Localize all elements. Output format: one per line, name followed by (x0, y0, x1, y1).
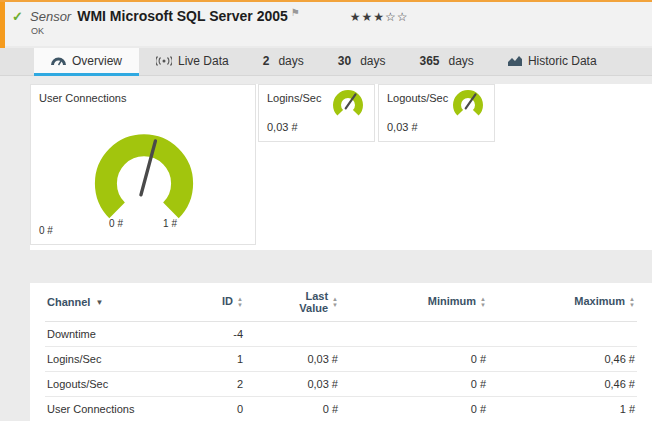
table-header-row: Channel▼ ID▲▼ Last Value▲▼ Minimum▲▼ Max… (45, 283, 637, 321)
channel-maximum: 0,46 # (488, 346, 637, 371)
logins-gauge (328, 88, 368, 124)
channel-last-value: 0,03 # (245, 346, 340, 371)
channel-name: Logins/Sec (45, 346, 187, 371)
channel-minimum: 0 # (340, 371, 488, 396)
ok-check-icon: ✓ (12, 9, 23, 24)
status-stripe (0, 2, 5, 48)
sort-arrows-icon: ▲▼ (332, 296, 338, 308)
priority-stars[interactable]: ★★★☆☆ (350, 10, 409, 24)
channel-id: -4 (187, 321, 245, 346)
column-label: Maximum (574, 295, 625, 307)
channel-minimum: 0 # (340, 396, 488, 421)
channel-id: 2 (187, 371, 245, 396)
sensor-kind-label: Sensor (30, 9, 71, 24)
channels-table-panel: Channel▼ ID▲▼ Last Value▲▼ Minimum▲▼ Max… (30, 283, 652, 421)
gauge-title: Logins/Sec (267, 92, 321, 104)
channel-last-value (245, 321, 340, 346)
tab-live-data[interactable]: Live Data (139, 48, 246, 76)
tab-label: days (278, 54, 303, 68)
sensor-header: ✓ SensorWMI Microsoft SQL Server 2005⚑★★… (0, 0, 652, 46)
historic-chart-icon (508, 56, 522, 66)
tab-label: Historic Data (528, 54, 597, 68)
sort-arrows-icon: ▲▼ (629, 296, 635, 308)
tab-overview[interactable]: Overview (34, 48, 139, 76)
channel-maximum (488, 321, 637, 346)
gauge-min-label: 0 # (101, 218, 131, 229)
tab-30-days[interactable]: 30 days (321, 48, 403, 76)
gauge-max-label: 1 # (155, 218, 185, 229)
gauge-current-value: 0,03 # (387, 121, 418, 133)
column-header-last-value[interactable]: Last Value▲▼ (245, 283, 340, 321)
tab-bar: Overview Live Data 2 days 30 days 365 da… (0, 48, 652, 76)
tab-2-days[interactable]: 2 days (246, 48, 321, 76)
sort-arrows-icon: ▲▼ (237, 296, 243, 308)
sensor-status-text: OK (31, 26, 44, 36)
column-header-maximum[interactable]: Maximum▲▼ (488, 283, 637, 321)
channel-maximum: 0,46 # (488, 371, 637, 396)
logins-gauge-panel: Logins/Sec 0,03 # (258, 84, 375, 142)
tab-label: Live Data (178, 54, 229, 68)
tab-label: days (360, 54, 385, 68)
table-row[interactable]: Logins/Sec 1 0,03 # 0 # 0,46 # (45, 346, 637, 371)
channel-name: Downtime (45, 321, 187, 346)
gauge-current-value: 0 # (39, 225, 53, 236)
table-row[interactable]: User Connections 0 0 # 0 # 1 # (45, 396, 637, 421)
table-row[interactable]: Logouts/Sec 2 0,03 # 0 # 0,46 # (45, 371, 637, 396)
channel-maximum: 1 # (488, 396, 637, 421)
sensor-title-line: SensorWMI Microsoft SQL Server 2005⚑★★★☆… (30, 7, 409, 25)
user-connections-gauge-panel: User Connections 0 # 1 # 0 # (30, 84, 256, 245)
sensor-title: WMI Microsoft SQL Server 2005 (77, 8, 288, 24)
live-data-icon (156, 56, 172, 66)
sort-caret-icon: ▼ (95, 298, 103, 307)
tab-number: 30 (338, 54, 351, 68)
gauge-icon (51, 56, 66, 66)
tab-label: Overview (72, 54, 122, 68)
user-connections-gauge (59, 103, 229, 230)
sort-arrows-icon: ▲▼ (480, 296, 486, 308)
column-label: Channel (47, 296, 90, 308)
channel-id: 0 (187, 396, 245, 421)
tab-label: days (449, 54, 474, 68)
column-header-channel[interactable]: Channel▼ (45, 283, 187, 321)
logouts-gauge (448, 88, 488, 124)
tab-number: 365 (419, 54, 439, 68)
table-row[interactable]: Downtime -4 (45, 321, 637, 346)
gauge-title: Logouts/Sec (387, 92, 448, 104)
column-header-minimum[interactable]: Minimum▲▼ (340, 283, 488, 321)
channel-minimum (340, 321, 488, 346)
channel-name: Logouts/Sec (45, 371, 187, 396)
channels-table: Channel▼ ID▲▼ Last Value▲▼ Minimum▲▼ Max… (45, 283, 637, 421)
tab-historic-data[interactable]: Historic Data (491, 48, 614, 76)
channel-name: User Connections (45, 396, 187, 421)
column-label: ID (222, 295, 233, 307)
column-label: Last Value (290, 290, 328, 314)
gauge-current-value: 0,03 # (267, 121, 298, 133)
column-header-id[interactable]: ID▲▼ (187, 283, 245, 321)
channel-last-value: 0 # (245, 396, 340, 421)
channel-last-value: 0,03 # (245, 371, 340, 396)
channel-minimum: 0 # (340, 346, 488, 371)
column-label: Minimum (428, 295, 476, 307)
prtg-sensor-page: ✓ SensorWMI Microsoft SQL Server 2005⚑★★… (0, 0, 652, 421)
channel-id: 1 (187, 346, 245, 371)
tab-365-days[interactable]: 365 days (402, 48, 490, 76)
priority-flag-icon[interactable]: ⚑ (291, 7, 300, 18)
overview-gauges-section: User Connections 0 # 1 # 0 # Logins/Sec … (30, 84, 652, 250)
tab-number: 2 (263, 54, 270, 68)
logouts-gauge-panel: Logouts/Sec 0,03 # (378, 84, 495, 142)
